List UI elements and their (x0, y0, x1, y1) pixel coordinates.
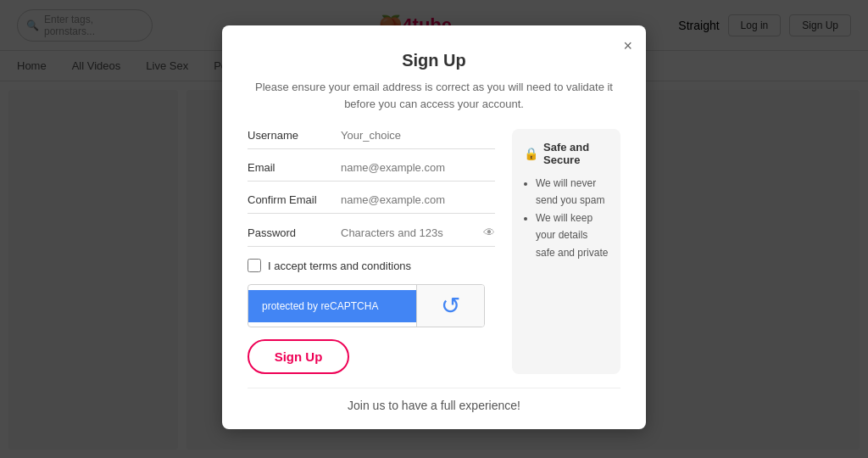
recaptcha-logo: ↺ (416, 285, 484, 327)
modal-subtitle: Please ensure your email address is corr… (248, 79, 620, 112)
signup-submit-button[interactable]: Sign Up (248, 339, 349, 374)
modal-close-button[interactable]: × (623, 37, 632, 55)
secure-item-2: We will keep your details safe and priva… (536, 209, 609, 261)
modal-footer: Join us to have a full experience! (248, 388, 620, 412)
email-label: Email (248, 161, 341, 174)
password-input[interactable] (341, 226, 483, 239)
email-row: Email (248, 161, 495, 182)
terms-row: I accept terms and conditions (248, 259, 495, 272)
secure-item-1: We will never send you spam (536, 175, 609, 209)
username-row: Username (248, 129, 495, 149)
recaptcha-widget[interactable]: protected by reCAPTCHA ↺ (248, 284, 485, 327)
lock-icon: 🔒 (524, 147, 538, 160)
username-input[interactable] (341, 129, 495, 142)
password-label: Password (248, 226, 341, 239)
terms-label[interactable]: I accept terms and conditions (268, 260, 411, 272)
username-label: Username (248, 129, 341, 142)
secure-title: 🔒 Safe and Secure (524, 141, 609, 166)
recaptcha-checkmark-icon: ↺ (441, 292, 460, 320)
modal-title: Sign Up (248, 51, 620, 70)
confirm-email-row: Confirm Email (248, 193, 495, 214)
secure-list: We will never send you spam We will keep… (524, 175, 609, 261)
signup-form: Username Email Confirm Email Password 👁 (248, 129, 495, 374)
toggle-password-icon[interactable]: 👁 (483, 226, 495, 239)
confirm-email-input[interactable] (341, 193, 495, 206)
footer-text: Join us to have a full experience! (348, 399, 520, 412)
confirm-email-label: Confirm Email (248, 193, 341, 206)
signup-modal: × Sign Up Please ensure your email addre… (222, 25, 646, 429)
recaptcha-label: protected by reCAPTCHA (248, 290, 416, 322)
password-row: Password 👁 (248, 226, 495, 247)
terms-checkbox[interactable] (248, 259, 261, 272)
modal-body: Username Email Confirm Email Password 👁 (248, 129, 620, 374)
email-input[interactable] (341, 161, 495, 174)
secure-info-box: 🔒 Safe and Secure We will never send you… (512, 129, 620, 374)
modal-overlay: × Sign Up Please ensure your email addre… (0, 0, 868, 458)
